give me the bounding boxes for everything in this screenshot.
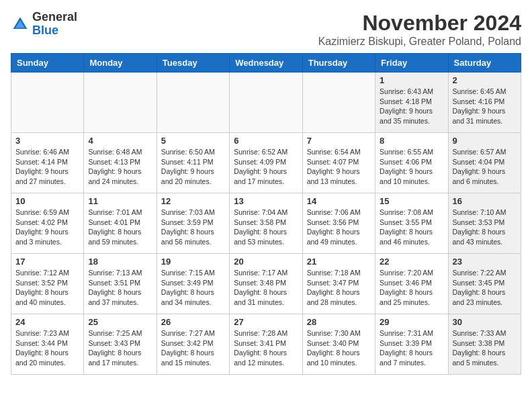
- day-number: 6: [234, 136, 298, 146]
- day-number: 26: [161, 317, 225, 327]
- table-row: 9Sunrise: 6:57 AM Sunset: 4:04 PM Daylig…: [448, 133, 521, 193]
- day-number: 24: [15, 317, 79, 327]
- day-info: Sunrise: 7:30 AM Sunset: 3:40 PM Dayligh…: [307, 328, 371, 368]
- day-info: Sunrise: 6:43 AM Sunset: 4:18 PM Dayligh…: [380, 87, 443, 126]
- header-wednesday: Wednesday: [230, 54, 302, 73]
- table-row: 19Sunrise: 7:15 AM Sunset: 3:49 PM Dayli…: [157, 254, 229, 314]
- day-number: 14: [307, 196, 371, 206]
- table-row: 23Sunrise: 7:22 AM Sunset: 3:45 PM Dayli…: [448, 254, 521, 314]
- day-info: Sunrise: 6:54 AM Sunset: 4:07 PM Dayligh…: [307, 147, 371, 187]
- day-info: Sunrise: 6:46 AM Sunset: 4:14 PM Dayligh…: [15, 147, 79, 187]
- logo-blue-text: Blue: [32, 24, 58, 37]
- day-info: Sunrise: 6:48 AM Sunset: 4:13 PM Dayligh…: [88, 147, 152, 187]
- day-info: Sunrise: 7:01 AM Sunset: 4:01 PM Dayligh…: [88, 208, 152, 247]
- day-number: 7: [307, 136, 371, 146]
- table-row: 11Sunrise: 7:01 AM Sunset: 4:01 PM Dayli…: [84, 193, 157, 254]
- day-info: Sunrise: 7:03 AM Sunset: 3:59 PM Dayligh…: [161, 208, 225, 247]
- day-info: Sunrise: 6:57 AM Sunset: 4:04 PM Dayligh…: [453, 147, 517, 187]
- day-number: 19: [161, 257, 225, 267]
- day-number: 4: [88, 136, 152, 146]
- table-row: [11, 73, 84, 133]
- header-monday: Monday: [84, 54, 157, 73]
- day-number: 13: [234, 196, 298, 206]
- day-info: Sunrise: 7:12 AM Sunset: 3:52 PM Dayligh…: [15, 268, 79, 308]
- table-row: 6Sunrise: 6:52 AM Sunset: 4:09 PM Daylig…: [230, 133, 302, 193]
- day-info: Sunrise: 7:31 AM Sunset: 3:39 PM Dayligh…: [380, 328, 443, 368]
- day-info: Sunrise: 7:25 AM Sunset: 3:43 PM Dayligh…: [88, 328, 152, 368]
- day-number: 28: [307, 317, 371, 327]
- day-number: 5: [161, 136, 225, 146]
- week-row-5: 24Sunrise: 7:23 AM Sunset: 3:44 PM Dayli…: [11, 314, 521, 375]
- table-row: 20Sunrise: 7:17 AM Sunset: 3:48 PM Dayli…: [230, 254, 302, 314]
- header-friday: Friday: [375, 54, 448, 73]
- day-number: 2: [453, 75, 517, 85]
- week-row-3: 10Sunrise: 6:59 AM Sunset: 4:02 PM Dayli…: [11, 193, 521, 254]
- table-row: 13Sunrise: 7:04 AM Sunset: 3:58 PM Dayli…: [230, 193, 302, 254]
- table-row: 14Sunrise: 7:06 AM Sunset: 3:56 PM Dayli…: [302, 193, 375, 254]
- day-info: Sunrise: 7:08 AM Sunset: 3:55 PM Dayligh…: [380, 208, 443, 247]
- day-info: Sunrise: 7:10 AM Sunset: 3:53 PM Dayligh…: [453, 208, 517, 247]
- table-row: 27Sunrise: 7:28 AM Sunset: 3:41 PM Dayli…: [230, 314, 302, 375]
- table-row: 25Sunrise: 7:25 AM Sunset: 3:43 PM Dayli…: [84, 314, 157, 375]
- table-row: 30Sunrise: 7:33 AM Sunset: 3:38 PM Dayli…: [448, 314, 521, 375]
- page-header: General Blue November 2024 Kazimierz Bis…: [11, 11, 521, 48]
- table-row: 15Sunrise: 7:08 AM Sunset: 3:55 PM Dayli…: [375, 193, 448, 254]
- day-number: 21: [307, 257, 371, 267]
- day-info: Sunrise: 7:18 AM Sunset: 3:47 PM Dayligh…: [307, 268, 371, 308]
- table-row: 8Sunrise: 6:55 AM Sunset: 4:06 PM Daylig…: [375, 133, 448, 193]
- header-saturday: Saturday: [448, 54, 521, 73]
- table-row: 21Sunrise: 7:18 AM Sunset: 3:47 PM Dayli…: [302, 254, 375, 314]
- day-number: 12: [161, 196, 225, 206]
- day-info: Sunrise: 7:28 AM Sunset: 3:41 PM Dayligh…: [234, 328, 298, 368]
- table-row: 28Sunrise: 7:30 AM Sunset: 3:40 PM Dayli…: [302, 314, 375, 375]
- location-title: Kazimierz Biskupi, Greater Poland, Polan…: [318, 36, 521, 48]
- table-row: 12Sunrise: 7:03 AM Sunset: 3:59 PM Dayli…: [157, 193, 229, 254]
- header-sunday: Sunday: [11, 54, 84, 73]
- logo-icon: [11, 15, 30, 34]
- day-info: Sunrise: 7:13 AM Sunset: 3:51 PM Dayligh…: [88, 268, 152, 308]
- day-number: 3: [15, 136, 79, 146]
- table-row: 26Sunrise: 7:27 AM Sunset: 3:42 PM Dayli…: [157, 314, 229, 375]
- title-section: November 2024 Kazimierz Biskupi, Greater…: [318, 11, 521, 48]
- header-tuesday: Tuesday: [157, 54, 229, 73]
- day-number: 18: [88, 257, 152, 267]
- logo-general-text: General: [32, 10, 77, 24]
- table-row: [84, 73, 157, 133]
- logo: General Blue: [11, 11, 77, 38]
- day-info: Sunrise: 7:06 AM Sunset: 3:56 PM Dayligh…: [307, 208, 371, 247]
- table-row: 4Sunrise: 6:48 AM Sunset: 4:13 PM Daylig…: [84, 133, 157, 193]
- day-number: 25: [88, 317, 152, 327]
- table-row: 17Sunrise: 7:12 AM Sunset: 3:52 PM Dayli…: [11, 254, 84, 314]
- table-row: 29Sunrise: 7:31 AM Sunset: 3:39 PM Dayli…: [375, 314, 448, 375]
- day-number: 16: [453, 196, 517, 206]
- table-row: 18Sunrise: 7:13 AM Sunset: 3:51 PM Dayli…: [84, 254, 157, 314]
- day-number: 8: [380, 136, 443, 146]
- day-info: Sunrise: 6:52 AM Sunset: 4:09 PM Dayligh…: [234, 147, 298, 187]
- day-number: 15: [380, 196, 443, 206]
- table-row: 2Sunrise: 6:45 AM Sunset: 4:16 PM Daylig…: [448, 73, 521, 133]
- day-info: Sunrise: 7:04 AM Sunset: 3:58 PM Dayligh…: [234, 208, 298, 247]
- day-info: Sunrise: 6:45 AM Sunset: 4:16 PM Dayligh…: [453, 87, 517, 126]
- day-info: Sunrise: 7:27 AM Sunset: 3:42 PM Dayligh…: [161, 328, 225, 368]
- header-thursday: Thursday: [302, 54, 375, 73]
- table-row: 1Sunrise: 6:43 AM Sunset: 4:18 PM Daylig…: [375, 73, 448, 133]
- day-number: 10: [15, 196, 79, 206]
- weekday-header-row: Sunday Monday Tuesday Wednesday Thursday…: [11, 54, 521, 73]
- day-number: 17: [15, 257, 79, 267]
- day-number: 30: [453, 317, 517, 327]
- table-row: 3Sunrise: 6:46 AM Sunset: 4:14 PM Daylig…: [11, 133, 84, 193]
- day-number: 20: [234, 257, 298, 267]
- day-number: 22: [380, 257, 443, 267]
- day-info: Sunrise: 7:20 AM Sunset: 3:46 PM Dayligh…: [380, 268, 443, 308]
- table-row: 22Sunrise: 7:20 AM Sunset: 3:46 PM Dayli…: [375, 254, 448, 314]
- table-row: 24Sunrise: 7:23 AM Sunset: 3:44 PM Dayli…: [11, 314, 84, 375]
- week-row-2: 3Sunrise: 6:46 AM Sunset: 4:14 PM Daylig…: [11, 133, 521, 193]
- calendar-table: Sunday Monday Tuesday Wednesday Thursday…: [11, 53, 521, 375]
- week-row-1: 1Sunrise: 6:43 AM Sunset: 4:18 PM Daylig…: [11, 73, 521, 133]
- table-row: [302, 73, 375, 133]
- table-row: 7Sunrise: 6:54 AM Sunset: 4:07 PM Daylig…: [302, 133, 375, 193]
- day-info: Sunrise: 7:22 AM Sunset: 3:45 PM Dayligh…: [453, 268, 517, 308]
- day-info: Sunrise: 7:15 AM Sunset: 3:49 PM Dayligh…: [161, 268, 225, 308]
- table-row: 5Sunrise: 6:50 AM Sunset: 4:11 PM Daylig…: [157, 133, 229, 193]
- week-row-4: 17Sunrise: 7:12 AM Sunset: 3:52 PM Dayli…: [11, 254, 521, 314]
